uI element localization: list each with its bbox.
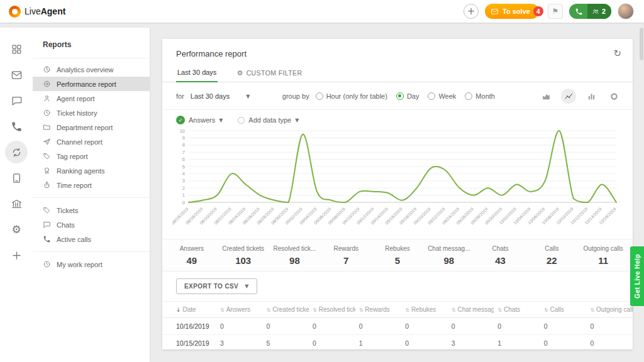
rail-item-tickets[interactable] bbox=[5, 63, 28, 86]
topbar-actions: + To solve 4 ⚑ 2 bbox=[464, 3, 634, 19]
phone-icon bbox=[569, 8, 587, 16]
column-header-chat-messages[interactable]: ⇅Chat messages bbox=[448, 302, 494, 318]
group-by-label: group by bbox=[282, 92, 309, 100]
pie-icon bbox=[43, 65, 51, 74]
column-header-chats[interactable]: ⇅Chats bbox=[494, 302, 540, 318]
tab-last-30-days[interactable]: Last 30 days bbox=[176, 65, 218, 82]
timer-icon bbox=[43, 181, 51, 189]
add-data-type-dropdown[interactable]: Add data type ▼ bbox=[238, 116, 299, 124]
sidebar-item-agent-report[interactable]: Agent report bbox=[33, 91, 150, 106]
legend-bar: ✓ Answers ▼ Add data type ▼ bbox=[162, 110, 633, 126]
chart-type-line-button[interactable] bbox=[561, 89, 576, 104]
sidebar-item-time-report[interactable]: Time report bbox=[33, 178, 150, 192]
chevron-down-icon: ▼ bbox=[295, 118, 299, 123]
chevron-down-icon: ▼ bbox=[246, 94, 250, 99]
chart-type-area-button[interactable] bbox=[538, 89, 553, 104]
column-header-rewards[interactable]: ⇅Rewards bbox=[355, 302, 402, 318]
export-csv-button[interactable]: EXPORT TO CSV ▼ bbox=[176, 278, 257, 294]
tab-custom-filter[interactable]: ⚙ CUSTOM FILTER bbox=[235, 65, 303, 82]
sidebar-item-department-report[interactable]: Department report bbox=[33, 120, 150, 134]
chart-type-bars-button[interactable] bbox=[584, 89, 599, 104]
table-cell: 3 bbox=[216, 335, 263, 350]
chat-icon bbox=[43, 221, 51, 229]
metric-rewards: Rewards7 bbox=[320, 245, 372, 266]
table-header-row: ↓Date⇅Answers⇅Created tickets⇅Resolved t… bbox=[162, 302, 633, 318]
sidebar-title: Reports bbox=[33, 35, 150, 58]
rail-item-calls[interactable] bbox=[5, 115, 28, 138]
plane-icon bbox=[43, 138, 51, 146]
radio-circle-icon bbox=[465, 92, 472, 100]
flag-button[interactable]: ⚑ bbox=[548, 4, 563, 19]
metric-rebukes: Rebukes5 bbox=[372, 245, 423, 266]
add-data-type-label: Add data type bbox=[248, 116, 291, 124]
column-header-date[interactable]: ↓Date bbox=[162, 302, 216, 318]
radio-week[interactable]: Week bbox=[428, 92, 456, 100]
radio-month[interactable]: Month bbox=[465, 92, 495, 100]
svg-text:4: 4 bbox=[182, 171, 185, 177]
column-header-resolved-tickets[interactable]: ⇅Resolved tickets bbox=[309, 302, 355, 318]
metric-label: Answers bbox=[166, 245, 218, 252]
sidebar-item-ticket-history[interactable]: Ticket history bbox=[33, 106, 150, 120]
sidebar-item-tickets[interactable]: Tickets bbox=[33, 203, 150, 217]
medal-icon bbox=[43, 167, 51, 175]
radio-hour-only-for-table[interactable]: Hour (only for table) bbox=[316, 92, 387, 100]
rail-item-settings[interactable]: ⚙ bbox=[5, 218, 28, 241]
svg-text:9: 9 bbox=[182, 135, 185, 141]
avatar[interactable] bbox=[618, 3, 634, 19]
sidebar-item-my-work-report[interactable]: My work report bbox=[33, 257, 150, 272]
rail-item-dashboard[interactable] bbox=[5, 38, 28, 60]
liveagent-logo[interactable]: LiveAgent bbox=[9, 6, 65, 18]
rail-item-billing[interactable] bbox=[5, 192, 28, 215]
people-icon bbox=[592, 8, 599, 15]
sidebar-item-channel-report[interactable]: Channel report bbox=[33, 134, 150, 149]
date-range-select[interactable]: Last 30 days ▼ bbox=[191, 92, 266, 100]
column-header-created-tickets[interactable]: ⇅Created tickets bbox=[263, 302, 309, 318]
column-header-answers[interactable]: ⇅Answers bbox=[216, 302, 263, 318]
radio-day[interactable]: Day bbox=[396, 92, 419, 100]
reports-sidebar: Reports Analytics overviewPerformance re… bbox=[33, 28, 150, 362]
calls-button[interactable]: 2 bbox=[569, 4, 611, 19]
sort-icon: ⇅ bbox=[220, 307, 225, 313]
metric-value: 98 bbox=[423, 255, 475, 266]
column-label: Chats bbox=[504, 306, 520, 313]
main-content: Performance report ↻ Last 30 days ⚙ CUST… bbox=[150, 28, 644, 362]
table-cell: 0 bbox=[216, 318, 263, 335]
add-new-button[interactable]: + bbox=[464, 4, 479, 19]
column-header-outgoing-calls[interactable]: ⇅Outgoing calls bbox=[586, 302, 633, 318]
rail-item-reports[interactable] bbox=[5, 141, 28, 163]
donut-icon bbox=[609, 92, 619, 101]
scrollbar-thumb[interactable] bbox=[640, 28, 643, 60]
sidebar-item-ranking-agents[interactable]: Ranking agents bbox=[33, 163, 150, 178]
sidebar-item-active-calls[interactable]: Active calls bbox=[33, 232, 150, 246]
sidebar-item-performance-report[interactable]: Performance report bbox=[33, 77, 150, 91]
metric-value: 98 bbox=[269, 255, 321, 266]
sidebar-item-tag-report[interactable]: Tag report bbox=[33, 149, 150, 163]
target-icon bbox=[43, 80, 51, 88]
table-cell: 1 bbox=[355, 335, 402, 350]
metric-label: Chat messag... bbox=[423, 245, 475, 252]
rail-item-contacts[interactable] bbox=[5, 167, 28, 189]
sidebar-item-analytics-overview[interactable]: Analytics overview bbox=[33, 62, 150, 77]
svg-text:3: 3 bbox=[182, 178, 185, 184]
online-agents-count: 2 bbox=[602, 8, 606, 15]
metric-resolved-tick: Resolved tick...98 bbox=[269, 245, 321, 266]
chart-type-donut-button[interactable] bbox=[606, 89, 621, 104]
svg-text:1: 1 bbox=[182, 192, 185, 198]
metric-value: 49 bbox=[166, 255, 218, 266]
rail-item-chats[interactable] bbox=[5, 89, 28, 112]
series-answers-dropdown[interactable]: ✓ Answers ▼ bbox=[176, 116, 223, 124]
refresh-icon[interactable]: ↻ bbox=[613, 49, 621, 58]
to-solve-button[interactable]: To solve bbox=[485, 4, 539, 19]
sidebar-item-chats[interactable]: Chats bbox=[33, 217, 150, 232]
rail-item-add[interactable] bbox=[5, 244, 28, 266]
metric-label: Calls bbox=[526, 245, 577, 252]
column-label: Answers bbox=[226, 306, 250, 313]
bank-icon bbox=[11, 198, 23, 210]
metric-chat-messag: Chat messag...98 bbox=[423, 245, 475, 266]
get-live-help-button[interactable]: Get Live Help bbox=[630, 246, 644, 306]
column-header-calls[interactable]: ⇅Calls bbox=[540, 302, 587, 318]
logo-text: LiveAgent bbox=[25, 6, 65, 16]
column-label: Calls bbox=[550, 306, 564, 313]
column-header-rebukes[interactable]: ⇅Rebukes bbox=[401, 302, 448, 318]
table-cell: 0 bbox=[494, 318, 540, 335]
